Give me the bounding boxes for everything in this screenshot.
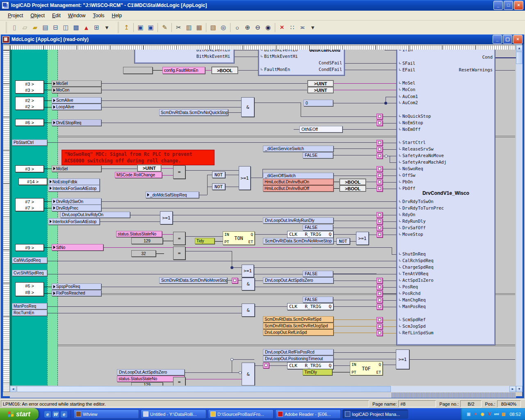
zoom-in-icon[interactable]: ⊕ bbox=[242, 23, 253, 32]
var-scmdrvnomovestop-2[interactable]: ScmDrvRtData.ScmDrvNoMoveStop bbox=[159, 277, 227, 283]
page-connector[interactable] bbox=[377, 297, 383, 303]
const-false-2[interactable]: FALSE bbox=[303, 224, 333, 231]
gate-or-5[interactable]: >=1 bbox=[396, 349, 409, 369]
block-genalmhcond[interactable]: BitMskEventLoBitMskEventHiFaultMonEnCond… bbox=[258, 46, 345, 75]
paste-special-icon[interactable]: ▧ bbox=[208, 23, 218, 32]
menu-object[interactable]: Object bbox=[27, 11, 48, 20]
sig-spspposreq[interactable]: SpspPosReq bbox=[52, 283, 101, 290]
var-reflinspd[interactable]: DrvLoopOut.RefLinSpd bbox=[263, 329, 333, 336]
page-connector[interactable] bbox=[263, 363, 269, 368]
tile-vertical-icon[interactable]: ◫ bbox=[61, 23, 71, 32]
editor-restore-button[interactable]: ▢ bbox=[503, 35, 512, 44]
comment-nosworeq[interactable]: "NoSwoReq" MDC: Signal from Rc PLC to pr… bbox=[62, 150, 215, 165]
tag-7-7[interactable]: #7 >#7 > bbox=[15, 198, 44, 211]
var-oltneoff[interactable]: OltNEOff bbox=[299, 126, 342, 132]
start-button[interactable]: start bbox=[0, 408, 39, 420]
editor-titlebar[interactable]: MdcLogic [AppLogic] (read-only) _ ▢ × bbox=[1, 34, 524, 44]
tag-14[interactable]: #14 > bbox=[18, 178, 47, 185]
task-untitled[interactable]: Untitled - Y:\DataRolli... bbox=[141, 409, 206, 419]
task-adobe[interactable]: Adobe Reader - [E06... bbox=[275, 409, 341, 419]
grid-icon[interactable]: ∷ bbox=[287, 23, 297, 32]
var-reffixposrcd[interactable]: DrvLoopOut.RefFixPosRcd bbox=[263, 349, 333, 355]
conv-uint-2[interactable]: >UINT bbox=[308, 87, 333, 93]
scroll-down-button[interactable]: ▼ bbox=[516, 386, 523, 392]
page-connector[interactable] bbox=[377, 153, 383, 159]
timer-tof[interactable]: INQPTETTOF bbox=[350, 361, 383, 375]
page-connector[interactable] bbox=[377, 120, 383, 126]
sig-interlockforswoatestop-1[interactable]: InterlockForSwoAtEstop bbox=[48, 185, 100, 192]
sig-drvestopreq[interactable]: DrvEStopReq bbox=[52, 119, 101, 126]
var-actspdiszero-1[interactable]: DrvLoopOut.ActSpdIsZero bbox=[263, 277, 333, 283]
gate-and-1[interactable]: & bbox=[241, 97, 254, 117]
vertical-scrollbar[interactable] bbox=[516, 45, 523, 392]
page-connector[interactable] bbox=[377, 219, 383, 224]
sig-scmalive[interactable]: ScmAlive bbox=[52, 97, 101, 103]
sig-stno[interactable]: StNo bbox=[52, 244, 103, 251]
page-connector[interactable] bbox=[377, 212, 383, 218]
task-d:\sourceprobas\fro...[interactable]: D:\SourceProBas\Fro... bbox=[208, 409, 274, 419]
tile-horizontal-icon[interactable]: ⊟ bbox=[50, 23, 61, 32]
copy-icon[interactable]: ▥ bbox=[184, 23, 194, 32]
task-wtview[interactable]: Wtview bbox=[73, 409, 139, 419]
tag-2-2[interactable]: #2 >#2 > bbox=[15, 97, 44, 110]
quick-launch-media-icon[interactable]: W bbox=[52, 411, 59, 418]
close-button[interactable]: × bbox=[514, 1, 523, 10]
gate-eq-2[interactable]: = bbox=[173, 232, 185, 245]
zoom-fit-icon[interactable]: ◉ bbox=[263, 23, 273, 32]
save-all-icon[interactable]: ▣ bbox=[146, 23, 156, 32]
gate-not-3[interactable]: NOT bbox=[336, 238, 350, 244]
dropdown-icon[interactable]: ▾ bbox=[102, 23, 112, 32]
menu-project[interactable]: Project bbox=[4, 11, 27, 20]
page-connector[interactable] bbox=[377, 173, 383, 178]
sig-drvrdy2swon[interactable]: DrvRdy2SwOn bbox=[52, 198, 101, 205]
tray-antivirus-icon[interactable]: V bbox=[486, 411, 492, 417]
var-hmi-drvinvbutoff[interactable]: HmiLocBut.DrvInvButOff bbox=[263, 185, 333, 192]
tray-error-icon[interactable]: × bbox=[472, 411, 478, 417]
sig-mosel[interactable]: MoSel bbox=[52, 80, 101, 87]
page-connector[interactable] bbox=[377, 330, 383, 336]
tray-display-icon[interactable]: ▤ bbox=[500, 411, 506, 417]
tray-network-icon[interactable]: ▣ bbox=[466, 411, 471, 417]
gate-or-3[interactable]: >=1 bbox=[356, 232, 369, 245]
var-scmdrvrefjogspd[interactable]: ScmDrvRtData.ScmDrvRefJogSpd bbox=[263, 323, 333, 329]
minimize-button[interactable]: _ bbox=[493, 1, 503, 10]
gate-and-2[interactable]: & bbox=[242, 278, 255, 290]
var-statusstateno-1[interactable]: status.StatusStateNo bbox=[116, 231, 162, 237]
scroll-left-button[interactable]: ◄ bbox=[10, 386, 16, 392]
new-document-icon[interactable]: ▯ bbox=[9, 23, 20, 32]
var-digenoffswitch[interactable]: _diGenOffSwitch bbox=[263, 173, 333, 179]
var-actspdiszero-2[interactable]: DrvLoopOut.ActSpdIsZero bbox=[117, 369, 185, 375]
rtrig-3[interactable]: CLKR_TRIGQ bbox=[287, 362, 333, 369]
gate-or-2[interactable]: >=1 bbox=[160, 211, 173, 224]
tag-6-8[interactable]: #6 >#8 > bbox=[15, 282, 44, 296]
page-connector[interactable] bbox=[377, 179, 383, 185]
conv-uint-3[interactable]: >UINT bbox=[137, 165, 161, 171]
editor-close-button[interactable]: × bbox=[513, 35, 523, 44]
page-connector[interactable] bbox=[377, 186, 383, 192]
page-connector[interactable] bbox=[377, 166, 383, 172]
gate-or-4[interactable]: >=1 bbox=[242, 265, 254, 277]
block-drvcondv1e-wisco[interactable]: IfInSFailEFailMoSelMoConAuCom1AuCom2NoQu… bbox=[397, 46, 495, 345]
conv-bool-1[interactable]: >BOOL bbox=[212, 67, 238, 74]
menu-edit[interactable]: Edit bbox=[48, 11, 64, 20]
sig-noestopfdbk[interactable]: NoEstopFdbk bbox=[48, 178, 100, 185]
scroll-right-button[interactable]: ► bbox=[509, 386, 516, 392]
tray-audio-icon[interactable]: ◉ bbox=[479, 411, 485, 417]
sig-fixposreached[interactable]: FixPosReached bbox=[52, 290, 101, 296]
cascade-windows-icon[interactable]: ▩ bbox=[71, 23, 81, 32]
page-connector[interactable] bbox=[377, 304, 383, 310]
const-false-3[interactable]: FALSE bbox=[303, 271, 333, 277]
var-invrdyrundly[interactable]: DrvLoopOut.InvRdyRunDly bbox=[263, 217, 333, 224]
sig-manposreq[interactable]: ManPosReq bbox=[12, 303, 47, 309]
tag-6[interactable]: #6 > bbox=[15, 119, 44, 126]
conv-bool-3[interactable]: >BOOL bbox=[340, 185, 366, 192]
gate-eq-4[interactable]: = bbox=[173, 377, 185, 387]
horizontal-scroll-thumb[interactable] bbox=[17, 386, 391, 392]
sig-loopalive[interactable]: LoopAlive bbox=[52, 104, 101, 110]
const-empty[interactable] bbox=[123, 67, 153, 74]
conv-bool-2[interactable]: >BOOL bbox=[340, 179, 366, 185]
vertical-scroll-thumb[interactable] bbox=[516, 52, 523, 64]
menu-window[interactable]: Window bbox=[64, 11, 89, 20]
new-window-icon[interactable]: ⊞ bbox=[91, 23, 102, 32]
var-positioningtimeout[interactable]: DrvLoopOut.PositioningTimeout bbox=[263, 356, 333, 362]
